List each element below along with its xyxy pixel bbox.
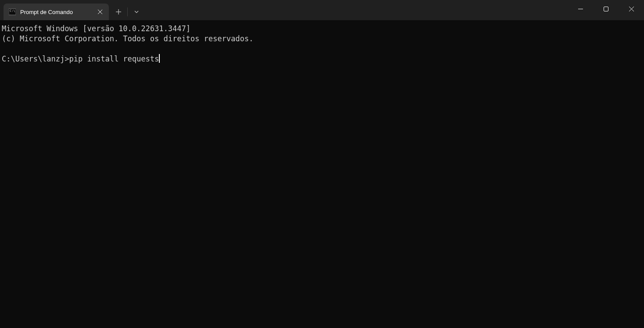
tab-controls (111, 4, 144, 20)
new-tab-button[interactable] (111, 4, 126, 19)
close-icon (98, 10, 102, 14)
terminal-line: Microsoft Windows [versão 10.0.22631.344… (2, 24, 191, 33)
title-bar: C:\ _ Prompt de Comando (0, 0, 644, 20)
window-close-button[interactable] (619, 0, 644, 18)
window-controls (568, 0, 644, 18)
prompt-text: C:\Users\lanzj> (2, 54, 69, 63)
minimize-button[interactable] (568, 0, 593, 18)
plus-icon (116, 9, 121, 14)
chevron-down-icon (134, 9, 139, 14)
tab-title: Prompt de Comando (20, 9, 90, 15)
tab-dropdown-button[interactable] (129, 4, 144, 19)
terminal-line: (c) Microsoft Corporation. Todos os dire… (2, 34, 253, 43)
text-cursor (159, 54, 160, 63)
close-icon (629, 7, 634, 11)
command-text: pip install requests (69, 54, 159, 63)
minimize-icon (578, 7, 583, 11)
maximize-button[interactable] (593, 0, 619, 18)
terminal-icon: C:\ _ (9, 8, 16, 15)
maximize-icon (604, 7, 608, 11)
terminal-content[interactable]: Microsoft Windows [versão 10.0.22631.344… (0, 20, 644, 68)
tab-command-prompt[interactable]: C:\ _ Prompt de Comando (4, 4, 109, 20)
svg-rect-8 (604, 7, 608, 11)
divider (127, 7, 128, 16)
tab-close-button[interactable] (95, 7, 105, 17)
